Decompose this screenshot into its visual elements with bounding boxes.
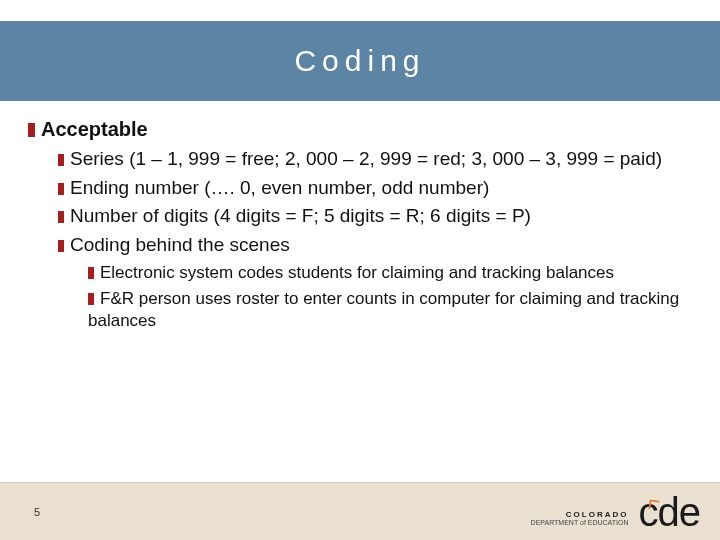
- bullet-coding-behind: Coding behind the scenes: [58, 233, 692, 258]
- slide: Coding Acceptable Series (1 – 1, 999 = f…: [0, 0, 720, 540]
- heading-acceptable: Acceptable: [28, 118, 692, 141]
- bullet-series: Series (1 – 1, 999 = free; 2, 000 – 2, 9…: [58, 147, 692, 172]
- logo-line2: DEPARTMENT of EDUCATION: [531, 519, 629, 526]
- logo-mark: cde: [639, 492, 701, 532]
- logo-line1: COLORADO: [566, 510, 629, 519]
- bullet-icon: [58, 240, 64, 252]
- page-number: 5: [34, 506, 40, 518]
- bullet-icon: [58, 154, 64, 166]
- bullet-text: Series (1 – 1, 999 = free; 2, 000 – 2, 9…: [70, 148, 662, 169]
- content-area: Acceptable Series (1 – 1, 999 = free; 2,…: [28, 118, 692, 336]
- bullet-text: Electronic system codes students for cla…: [100, 263, 614, 282]
- bullet-icon: [88, 293, 94, 305]
- bullet-icon: [88, 267, 94, 279]
- heading-text: Acceptable: [41, 118, 148, 140]
- title-band: Coding: [0, 21, 720, 101]
- bullet-text: Number of digits (4 digits = F; 5 digits…: [70, 205, 531, 226]
- bullet-icon: [58, 211, 64, 223]
- bullet-num-digits: Number of digits (4 digits = F; 5 digits…: [58, 204, 692, 229]
- bullet-icon: [28, 123, 35, 137]
- logo-text-block: COLORADO DEPARTMENT of EDUCATION: [531, 510, 629, 526]
- logo-de: de: [658, 492, 701, 532]
- logo-c-icon: c: [639, 492, 658, 532]
- logo-accent-icon: [648, 499, 659, 510]
- bullet-icon: [58, 183, 64, 195]
- slide-title: Coding: [294, 44, 425, 78]
- cde-logo: COLORADO DEPARTMENT of EDUCATION cde: [531, 492, 700, 532]
- bullet-ending-number: Ending number (…. 0, even number, odd nu…: [58, 176, 692, 201]
- subbullet-fr-person: F&R person uses roster to enter counts i…: [88, 288, 692, 332]
- bullet-text: Coding behind the scenes: [70, 234, 290, 255]
- bullet-text: F&R person uses roster to enter counts i…: [88, 289, 679, 330]
- footer: 5 COLORADO DEPARTMENT of EDUCATION cde: [0, 482, 720, 540]
- bullet-text: Ending number (…. 0, even number, odd nu…: [70, 177, 489, 198]
- subbullet-electronic: Electronic system codes students for cla…: [88, 262, 692, 284]
